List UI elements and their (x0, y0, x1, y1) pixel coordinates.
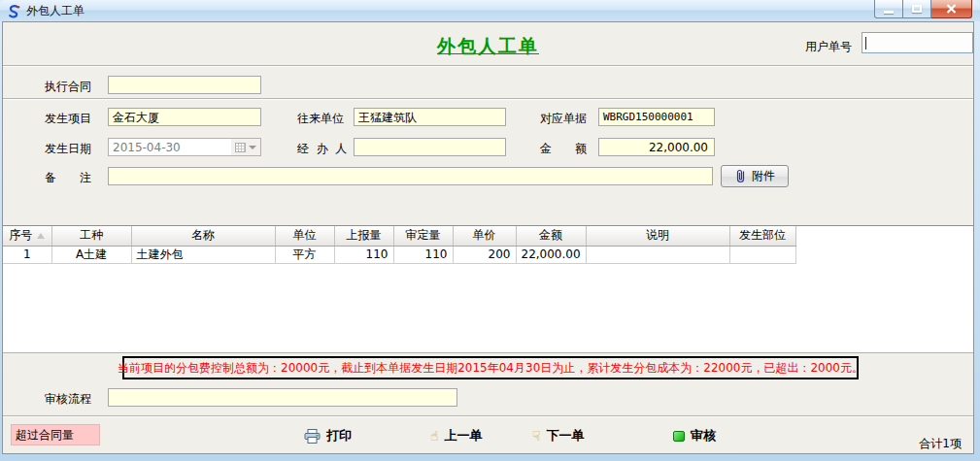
app-logo-icon (6, 4, 21, 19)
table-cell: 110 (393, 246, 453, 263)
column-header[interactable]: 单位 (275, 226, 334, 246)
minimize-icon (884, 11, 894, 14)
amount-label: 金 额 (540, 141, 587, 157)
amount-input[interactable]: 22,000.00 (598, 138, 715, 156)
column-header[interactable]: 单价 (453, 226, 516, 246)
form-panel: 外包人工单 用户单号 执行合同 发生项目 金石大厦 往来单位 王猛建筑队 对应单… (2, 21, 974, 454)
close-button[interactable] (931, 0, 972, 18)
detail-table: 序号工种名称单位上报量审定量单价金额说明发生部位1A土建土建外包平方110110… (3, 225, 973, 353)
table-cell (729, 246, 795, 263)
table-cell: 110 (334, 246, 393, 263)
table-cell: 土建外包 (131, 246, 275, 263)
separator (3, 415, 973, 417)
table-cell: 平方 (275, 246, 334, 263)
next-order-label: 下一单 (547, 427, 585, 445)
column-header[interactable]: 金额 (516, 226, 586, 246)
counterparty-label: 往来单位 (297, 111, 344, 127)
date-value: 2015-04-30 (109, 141, 231, 154)
next-order-button[interactable]: ☟ 下一单 (532, 427, 585, 445)
column-header[interactable]: 序号 (3, 226, 51, 246)
attachment-button[interactable]: 附件 (721, 165, 789, 187)
sort-ascending-icon (37, 233, 45, 239)
previous-order-button[interactable]: ☝ 上一单 (430, 427, 483, 445)
window-controls (874, 0, 972, 18)
column-header[interactable]: 发生部位 (729, 226, 795, 246)
remark-input[interactable] (108, 167, 713, 185)
counterparty-value: 王猛建筑队 (358, 111, 417, 124)
minimize-button[interactable] (874, 0, 903, 18)
title-bar: 外包人工单 (0, 0, 980, 21)
separator (3, 65, 973, 67)
handler-label: 经 办 人 (297, 141, 347, 157)
user-no-input[interactable] (862, 32, 973, 53)
counterparty-input[interactable]: 王猛建筑队 (354, 108, 506, 126)
doc-no-label: 对应单据 (540, 111, 587, 127)
paperclip-icon (734, 169, 747, 183)
hand-down-icon: ☟ (532, 429, 541, 443)
status-badge: 超过合同量 (11, 424, 100, 445)
column-header[interactable]: 说明 (586, 226, 729, 246)
table-cell: 22,000.00 (516, 246, 586, 263)
handler-input[interactable] (354, 138, 506, 156)
date-label: 发生日期 (45, 141, 91, 157)
window-title: 外包人工单 (26, 3, 84, 19)
text-caret (865, 37, 866, 49)
table-filler (795, 246, 806, 263)
table-header-row: 序号工种名称单位上报量审定量单价金额说明发生部位 (3, 226, 806, 246)
attachment-button-label: 附件 (752, 168, 775, 184)
audit-button[interactable]: 审核 (673, 427, 716, 445)
column-header[interactable]: 上报量 (334, 226, 393, 246)
exec-contract-label: 执行合同 (45, 79, 91, 95)
print-button[interactable]: 打印 (304, 427, 352, 445)
audit-flow-label: 审核流程 (45, 391, 91, 408)
chevron-down-icon (249, 146, 256, 153)
total-count: 合计1项 (919, 436, 962, 452)
column-header[interactable]: 名称 (131, 226, 275, 246)
warning-text: 当前项目的分包费控制总额为：20000元，截止到本单据发生日期2015年04月3… (118, 360, 863, 377)
table-cell: 1 (3, 246, 51, 263)
doc-no-input[interactable]: WBRGD150000001 (598, 108, 715, 126)
exec-contract-input[interactable] (108, 76, 261, 94)
project-input[interactable]: 金石大厦 (108, 108, 261, 126)
table-cell: A土建 (51, 246, 131, 263)
audit-button-label: 审核 (691, 427, 716, 445)
maximize-icon (912, 5, 922, 13)
separator (3, 98, 973, 100)
hand-up-icon: ☝ (430, 429, 439, 443)
print-button-label: 打印 (326, 427, 352, 445)
app-window: { "window": { "title": "外包人工单" }, "heade… (0, 0, 980, 461)
audit-flow-input[interactable] (108, 388, 457, 407)
previous-order-label: 上一单 (445, 427, 483, 445)
calendar-dropdown-button[interactable] (231, 139, 260, 155)
project-label: 发生项目 (45, 111, 91, 127)
project-value: 金石大厦 (113, 111, 159, 124)
status-badge-text: 超过合同量 (16, 428, 74, 442)
detail-grid: 序号工种名称单位上报量审定量单价金额说明发生部位1A土建土建外包平方110110… (3, 226, 806, 264)
green-square-icon (673, 431, 685, 442)
amount-value: 22,000.00 (649, 141, 708, 154)
over-budget-warning: 当前项目的分包费控制总额为：20000元，截止到本单据发生日期2015年04月3… (122, 356, 859, 379)
table-cell (586, 246, 729, 263)
table-filler (795, 226, 806, 246)
column-header[interactable]: 工种 (51, 226, 131, 246)
date-input[interactable]: 2015-04-30 (108, 138, 261, 156)
remark-label: 备 注 (45, 170, 91, 186)
printer-icon (304, 429, 321, 444)
user-no-label: 用户单号 (805, 39, 852, 55)
table-cell: 200 (453, 246, 516, 263)
close-icon (946, 4, 957, 14)
doc-no-value: WBRGD150000001 (603, 111, 693, 123)
column-header[interactable]: 审定量 (393, 226, 453, 246)
calendar-icon (235, 143, 246, 152)
table-row[interactable]: 1A土建土建外包平方11011020022,000.00 (3, 246, 806, 263)
maximize-button[interactable] (903, 0, 931, 18)
